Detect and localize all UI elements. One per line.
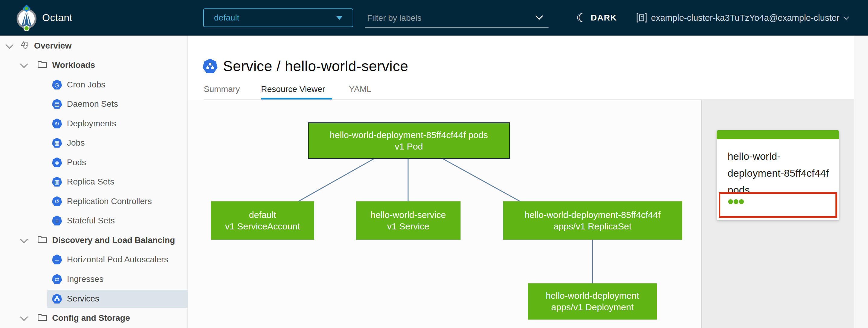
tab-summary[interactable]: Summary [204, 84, 240, 98]
node-kind: v1 Service [356, 221, 461, 232]
sidebar-item-label: Cron Jobs [67, 80, 105, 90]
filter-input[interactable] [367, 11, 530, 25]
pod-status-dot [734, 199, 738, 204]
sidebar-item-horizontal-pod-autoscalers[interactable]: ↔ Horizontal Pod Autoscalers [47, 251, 188, 268]
selected-node-card[interactable]: hello-world-deployment-85ff4cf44f pods [717, 130, 839, 220]
chevron-down-icon[interactable] [5, 41, 13, 49]
sidebar-group-discovery-and-load-balancing[interactable]: Discovery and Load Balancing [18, 232, 186, 249]
pods-icon: ◈ [52, 157, 62, 168]
stateful-sets-icon: ≡ [52, 215, 62, 226]
replication-controllers-icon: ↺ [52, 196, 62, 207]
sidebar-group-workloads[interactable]: Workloads [18, 56, 186, 74]
services-icon [52, 294, 62, 304]
graph-node-pod[interactable]: hello-world-deployment-85ff4cf44f pods v… [308, 122, 510, 159]
graph-node-service[interactable]: hello-world-service v1 Service [356, 201, 461, 240]
sidebar-item-jobs[interactable]: ▦ Jobs [47, 134, 188, 152]
scroll-gutter [854, 36, 868, 328]
node-kind: v1 ServiceAccount [211, 221, 314, 232]
icon-glyph: ◈ [55, 160, 59, 166]
label-filter [365, 9, 549, 28]
sidebar-item-label: Stateful Sets [67, 216, 115, 226]
sidebar-item-overview[interactable]: Overview [4, 37, 186, 55]
icon-glyph: ◷ [55, 82, 60, 88]
icon-glyph: ▤ [54, 101, 60, 107]
icon-glyph: ⇄ [55, 276, 59, 282]
folder-icon [38, 235, 47, 245]
sidebar-item-label: Replica Sets [67, 177, 114, 187]
horizontal-pod-autoscalers-icon: ↔ [52, 255, 62, 265]
chevron-down-icon [844, 14, 849, 20]
folder-icon [38, 60, 47, 70]
sidebar-item-pods[interactable]: ◈ Pods [47, 154, 188, 171]
sidebar-item-daemon-sets[interactable]: ▤ Daemon Sets [47, 95, 188, 113]
cluster-icon [637, 12, 647, 23]
namespace-dropdown[interactable]: default [203, 8, 353, 27]
graph-node-serviceaccount[interactable]: default v1 ServiceAccount [211, 201, 314, 240]
sidebar-item-replica-sets[interactable]: ▥ Replica Sets [47, 173, 188, 190]
sidebar-item-ingresses[interactable]: ⇄ Ingresses [47, 270, 188, 288]
deployments-icon: ↻ [52, 118, 62, 129]
folder-icon [38, 313, 47, 323]
sidebar-item-cron-jobs[interactable]: ◷ Cron Jobs [47, 76, 188, 93]
node-name: hello-world-deployment-85ff4cf44f [503, 209, 682, 221]
node-kind: v1 Pod [309, 141, 509, 152]
sidebar-item-label: Overview [34, 41, 72, 51]
node-name: default [211, 209, 314, 221]
octant-app: Octant default ☾ DARK example-cluster-ka… [0, 0, 868, 328]
dropdown-caret-icon [336, 16, 342, 20]
tab-resource-viewer[interactable]: Resource Viewer [261, 84, 325, 98]
sidebar-item-services[interactable]: Services [47, 290, 188, 308]
chevron-down-icon[interactable] [20, 313, 28, 321]
theme-toggle[interactable]: ☾ DARK [576, 0, 617, 36]
cron-jobs-icon: ◷ [52, 80, 62, 90]
icon-glyph: ▦ [54, 140, 60, 146]
sidebar-item-label: Jobs [67, 138, 85, 148]
selection-highlight-box [719, 192, 837, 218]
node-name: hello-world-service [356, 209, 461, 221]
pod-status-dot [728, 199, 733, 204]
cluster-selector[interactable]: example-cluster-ka3TuTzYo4a@example-clus… [637, 0, 848, 36]
octant-logo-icon[interactable] [14, 3, 38, 33]
sidebar-item-deployments[interactable]: ↻ Deployments [47, 115, 188, 132]
sidebar-item-label: Replication Controllers [67, 197, 152, 206]
icon-glyph: ▥ [54, 179, 60, 185]
moon-icon: ☾ [576, 12, 587, 24]
service-resource-icon [203, 59, 218, 74]
icon-glyph: ↺ [55, 199, 59, 204]
chevron-down-icon[interactable] [20, 60, 28, 68]
replica-sets-icon: ▥ [52, 177, 62, 187]
cluster-name: example-cluster-ka3TuTzYo4a@example-clus… [651, 13, 839, 23]
sidebar-item-label: Daemon Sets [67, 99, 118, 109]
node-name: hello-world-deployment [528, 290, 657, 301]
sidebar-item-replication-controllers[interactable]: ↺ Replication Controllers [47, 192, 188, 210]
pod-status-dot [739, 199, 744, 204]
sidebar-item-label: Deployments [67, 119, 116, 128]
ingresses-icon: ⇄ [52, 274, 62, 284]
graph-edge-pod-serviceaccount [299, 159, 374, 201]
tab-yaml[interactable]: YAML [349, 84, 371, 98]
theme-toggle-label: DARK [591, 13, 617, 23]
graph-node-replicaset[interactable]: hello-world-deployment-85ff4cf44f apps/v… [503, 201, 682, 240]
sidebar-item-label: Pods [67, 158, 86, 167]
graph-edge-pod-replicaset [443, 159, 522, 203]
sidebar-group-config-and-storage[interactable]: Config and Storage [18, 309, 186, 327]
namespace-value: default [214, 13, 239, 23]
sidebar-nav: Overview Workloads ◷ Cron Jobs ▤ Daemon … [0, 36, 188, 328]
page-title: Service / hello-world-service [223, 58, 408, 74]
graph-node-deployment[interactable]: hello-world-deployment apps/v1 Deploymen… [528, 284, 657, 320]
sidebar-item-label: Services [67, 294, 99, 304]
sidebar-item-label: Workloads [52, 60, 95, 70]
node-kind: apps/v1 Deployment [528, 301, 657, 313]
sidebar-item-label: Ingresses [67, 274, 103, 284]
card-title: hello-world-deployment-85ff4cf44f pods [727, 148, 830, 198]
jobs-icon: ▦ [52, 138, 62, 148]
node-name: hello-world-deployment-85ff4cf44f pods [309, 129, 509, 141]
icon-glyph: ↻ [55, 121, 59, 127]
app-title: Octant [42, 0, 72, 36]
daemon-sets-icon: ▤ [52, 99, 62, 109]
sidebar-item-stateful-sets[interactable]: ≡ Stateful Sets [47, 212, 188, 230]
chevron-down-icon[interactable] [535, 12, 543, 20]
sidebar-item-label: Horizontal Pod Autoscalers [67, 255, 168, 264]
chevron-down-icon[interactable] [20, 235, 28, 243]
app-header: Octant default ☾ DARK example-cluster-ka… [0, 0, 868, 36]
